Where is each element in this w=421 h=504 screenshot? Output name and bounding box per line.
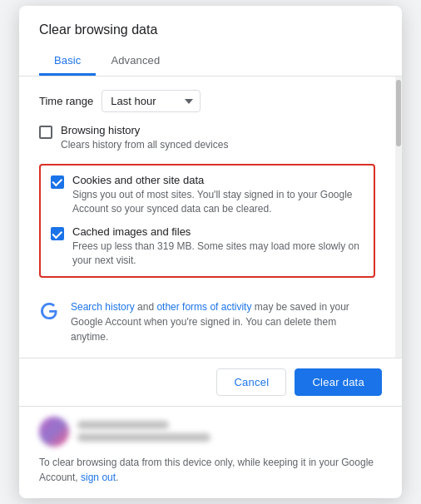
cookies-row: Cookies and other site data Signs you ou… bbox=[51, 174, 364, 216]
google-logo bbox=[39, 301, 62, 324]
cookies-label: Cookies and other site data bbox=[72, 174, 364, 186]
time-range-row: Time range Last hour Last 24 hours Last … bbox=[39, 90, 375, 112]
search-history-link[interactable]: Search history bbox=[71, 301, 135, 313]
browsing-history-label: Browsing history bbox=[61, 124, 228, 136]
highlighted-section: Cookies and other site data Signs you ou… bbox=[39, 164, 375, 278]
browsing-history-row: Browsing history Clears history from all… bbox=[39, 124, 375, 152]
tabs-bar: Basic Advanced bbox=[19, 46, 402, 77]
cookies-desc: Signs you out of most sites. You'll stay… bbox=[72, 188, 364, 216]
clear-data-button[interactable]: Clear data bbox=[295, 368, 382, 396]
clear-browsing-data-dialog: Clear browsing data Basic Advanced Time … bbox=[19, 6, 402, 498]
bottom-note: To clear browsing data from this device … bbox=[39, 455, 382, 485]
cached-desc: Frees up less than 319 MB. Some sites ma… bbox=[72, 240, 364, 268]
google-info: Search history and other forms of activi… bbox=[39, 289, 375, 358]
cached-label: Cached images and files bbox=[72, 225, 364, 238]
google-info-text: Search history and other forms of activi… bbox=[71, 299, 375, 344]
cancel-button[interactable]: Cancel bbox=[216, 368, 286, 396]
avatar bbox=[39, 417, 69, 447]
profile-row bbox=[39, 417, 382, 447]
dialog-body: Time range Last hour Last 24 hours Last … bbox=[19, 77, 395, 358]
scroll-thumb[interactable] bbox=[396, 80, 401, 146]
tab-advanced[interactable]: Advanced bbox=[96, 46, 175, 76]
dialog-footer: Cancel Clear data bbox=[19, 358, 402, 406]
dialog-title: Clear browsing data bbox=[19, 6, 402, 37]
cached-checkbox[interactable] bbox=[51, 227, 64, 240]
browsing-history-checkbox[interactable] bbox=[39, 126, 52, 139]
profile-email-blur bbox=[77, 433, 210, 442]
tab-basic[interactable]: Basic bbox=[39, 46, 96, 76]
other-forms-link[interactable]: other forms of activity bbox=[156, 301, 251, 313]
cookies-checkbox[interactable] bbox=[51, 175, 64, 189]
scrollbar[interactable] bbox=[395, 77, 402, 358]
browsing-history-desc: Clears history from all synced devices bbox=[61, 138, 228, 152]
sign-out-link[interactable]: sign out bbox=[81, 472, 116, 483]
time-range-select[interactable]: Last hour Last 24 hours Last 7 days Last… bbox=[102, 90, 201, 112]
cached-row: Cached images and files Frees up less th… bbox=[51, 225, 364, 268]
profile-name-blur bbox=[77, 421, 169, 429]
bottom-section: To clear browsing data from this device … bbox=[19, 406, 402, 498]
time-range-label: Time range bbox=[39, 95, 93, 107]
